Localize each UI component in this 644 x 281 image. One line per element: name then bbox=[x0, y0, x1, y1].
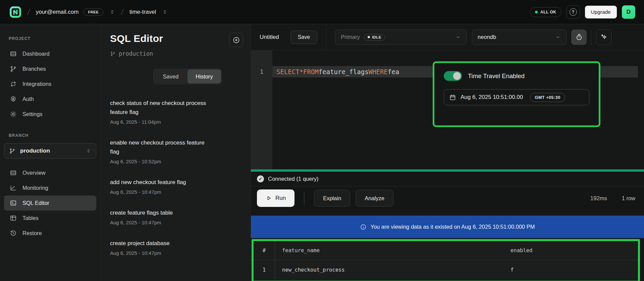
breadcrumb-separator: / bbox=[27, 7, 31, 17]
query-duration: 192ms bbox=[590, 195, 607, 202]
user-avatar[interactable]: D bbox=[622, 5, 635, 19]
sql-identifier: feature_flags bbox=[319, 68, 369, 75]
question-mark-icon: ? bbox=[570, 8, 577, 16]
line-number: 1 bbox=[251, 66, 272, 77]
branches-icon bbox=[10, 65, 17, 72]
history-item[interactable]: enable new checkout process feature flag… bbox=[110, 138, 209, 164]
feature-name-cell: new_checkout_process bbox=[275, 267, 511, 273]
sidebar-section-project: PROJECT bbox=[0, 36, 100, 41]
branch-selector[interactable]: production bbox=[4, 143, 96, 159]
info-icon bbox=[360, 224, 367, 230]
sidebar-item-auth[interactable]: Auth bbox=[4, 92, 96, 107]
sidebar-item-dashboard[interactable]: Dashboard bbox=[4, 46, 96, 61]
compute-select[interactable]: Primary IDLE bbox=[335, 30, 467, 45]
dashboard-icon bbox=[10, 50, 17, 57]
project-switcher-chevron-icon[interactable] bbox=[162, 9, 168, 15]
breadcrumb-separator: / bbox=[120, 7, 124, 17]
sidebar-item-overview[interactable]: Overview bbox=[4, 165, 96, 180]
history-item[interactable]: check status of new checkout process fea… bbox=[110, 99, 209, 125]
compute-select-value: Primary bbox=[341, 34, 360, 40]
upgrade-button[interactable]: Upgrade bbox=[585, 6, 617, 18]
system-status-pill[interactable]: ALL OK bbox=[530, 7, 561, 17]
check-circle-icon: ✓ bbox=[257, 175, 264, 182]
toggle-knob bbox=[453, 72, 461, 80]
results-header-row: # feature_name enabled bbox=[254, 241, 638, 260]
panel-title: SQL Editor bbox=[110, 33, 163, 44]
sql-identifier: fea bbox=[388, 68, 399, 75]
sql-keyword: WHERE bbox=[369, 68, 388, 75]
branch-selector-value: production bbox=[20, 148, 50, 154]
sidebar-item-label: SQL Editor bbox=[22, 200, 49, 206]
column-header-enabled: enabled bbox=[511, 247, 638, 254]
sidebar-item-restore[interactable]: Restore bbox=[4, 226, 96, 241]
status-pill-label: ALL OK bbox=[540, 10, 556, 14]
tab-history[interactable]: History bbox=[187, 69, 221, 83]
sql-keyword: SELECT bbox=[276, 68, 300, 75]
ai-assist-button[interactable] bbox=[596, 30, 611, 45]
database-select-value: neondb bbox=[478, 34, 496, 40]
sidebar-item-label: Branches bbox=[22, 66, 46, 72]
org-switcher-chevron-icon[interactable] bbox=[109, 9, 115, 15]
time-travel-toggle[interactable] bbox=[444, 71, 462, 81]
top-bar: / your@email.com FREE / time-travel ALL … bbox=[0, 0, 644, 24]
sql-editor-panel: SQL Editor production Saved History chec… bbox=[101, 24, 251, 281]
sidebar-item-branches[interactable]: Branches bbox=[4, 61, 96, 76]
history-item-title: check status of new checkout process fea… bbox=[110, 99, 209, 117]
history-item[interactable]: create project database Aug 6, 2025 - 10… bbox=[110, 239, 209, 256]
branch-icon bbox=[110, 51, 116, 57]
status-ok-dot-icon bbox=[535, 11, 538, 13]
sidebar-item-sql-editor[interactable]: SQL Editor bbox=[4, 195, 96, 211]
tab-saved[interactable]: Saved bbox=[154, 69, 187, 83]
sidebar-section-branch: BRANCH bbox=[0, 133, 100, 138]
play-icon bbox=[266, 195, 272, 201]
banner-text: You are viewing data as it existed on Au… bbox=[370, 224, 535, 230]
sidebar-item-integrations[interactable]: Integrations bbox=[4, 76, 96, 92]
sql-editor-terminal-icon bbox=[10, 200, 17, 207]
sidebar-item-label: Tables bbox=[22, 215, 39, 221]
help-button[interactable]: ? bbox=[567, 5, 580, 19]
history-item[interactable]: add new checkout feature flag Aug 6, 202… bbox=[110, 178, 209, 195]
breadcrumb-org[interactable]: your@email.com bbox=[36, 9, 79, 15]
sparkles-icon bbox=[600, 33, 608, 41]
enabled-cell: f bbox=[511, 267, 638, 273]
explain-button[interactable]: Explain bbox=[314, 190, 350, 207]
breadcrumb-project[interactable]: time-travel bbox=[129, 9, 156, 15]
sidebar-item-label: Auth bbox=[22, 96, 34, 102]
time-travel-datetime-input[interactable]: Aug 6, 2025 10:51:00.00 GMT +05:30 bbox=[444, 89, 589, 105]
run-button[interactable]: Run bbox=[257, 189, 294, 207]
history-item-time: Aug 6, 2025 - 10:47pm bbox=[110, 250, 209, 256]
database-select[interactable]: neondb bbox=[472, 30, 567, 45]
connection-status-bar: ✓ Connected (1 query) bbox=[251, 172, 644, 186]
sidebar-item-monitoring[interactable]: Monitoring bbox=[4, 180, 96, 195]
branch-selector-chevron-icon bbox=[86, 148, 91, 154]
sidebar-item-settings[interactable]: Settings bbox=[4, 107, 96, 122]
history-list: check status of new checkout process fea… bbox=[110, 99, 209, 256]
sidebar-item-tables[interactable]: Tables bbox=[4, 211, 96, 226]
new-query-button[interactable] bbox=[229, 33, 243, 47]
connection-status-text: Connected (1 query) bbox=[268, 176, 318, 182]
timezone-badge: GMT +05:30 bbox=[530, 93, 565, 102]
sql-code-line: SELECT * FROM feature_flags WHERE fea bbox=[276, 66, 399, 77]
query-toolbar: Untitled Save Primary IDLE neondb bbox=[251, 24, 644, 50]
query-tab-title: Untitled bbox=[260, 34, 279, 41]
save-button[interactable]: Save bbox=[290, 31, 317, 44]
panel-branch-label: production bbox=[119, 50, 153, 57]
overview-icon bbox=[10, 169, 17, 176]
sql-keyword: FROM bbox=[303, 68, 319, 75]
history-item-time: Aug 6, 2025 - 10:47pm bbox=[110, 189, 209, 195]
auth-shield-icon bbox=[10, 96, 17, 103]
pane-resizer[interactable] bbox=[251, 169, 644, 172]
sidebar-item-label: Monitoring bbox=[22, 185, 48, 191]
sidebar-item-label: Restore bbox=[22, 230, 42, 236]
calendar-icon bbox=[449, 94, 456, 101]
monitoring-chart-icon bbox=[10, 184, 17, 191]
tables-grid-icon bbox=[10, 215, 17, 222]
chevron-down-icon bbox=[455, 34, 461, 40]
stopwatch-icon bbox=[575, 33, 583, 41]
time-travel-button[interactable] bbox=[571, 30, 587, 45]
analyze-button[interactable]: Analyze bbox=[356, 190, 393, 207]
history-item-title: create project database bbox=[110, 239, 209, 248]
neon-logo-icon[interactable] bbox=[9, 6, 21, 18]
history-item[interactable]: create feature flags table Aug 6, 2025 -… bbox=[110, 208, 209, 225]
settings-gear-icon bbox=[10, 111, 17, 118]
